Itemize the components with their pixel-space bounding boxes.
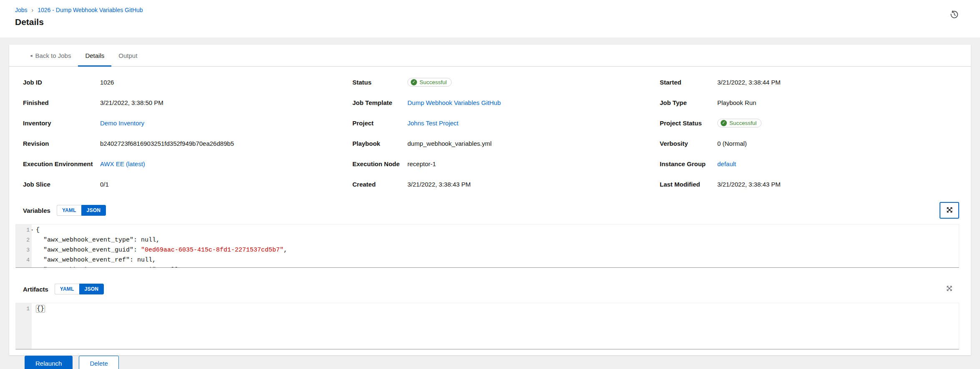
tab-details[interactable]: Details	[78, 45, 111, 66]
detail-label: Playbook	[352, 140, 407, 147]
variables-format-toggle: YAML JSON	[57, 205, 106, 216]
detail-label: Job ID	[23, 79, 100, 86]
code-line: "awx_webhook_event_guid": "0ed69aac-6035…	[36, 245, 959, 255]
artifacts-format-toggle: YAML JSON	[55, 284, 104, 294]
detail-label: Instance Group	[660, 160, 717, 167]
code-line: "awx_webhook_event_status_api": null,	[36, 265, 959, 268]
detail-execution-environment: Execution Environment AWX EE (latest)	[23, 159, 352, 169]
details-grid: Job ID 1026 Status ✓ Successful Started …	[9, 67, 971, 189]
detail-label: Inventory	[23, 120, 100, 127]
code-line: "awx_webhook_event_ref": null,	[36, 255, 959, 265]
breadcrumb-jobs-link[interactable]: Jobs	[15, 7, 28, 13]
relaunch-button[interactable]: Relaunch	[25, 356, 73, 369]
detail-label: Execution Environment	[23, 160, 100, 167]
detail-value: dump_webhook_variables.yml	[407, 140, 492, 147]
detail-value: Playbook Run	[717, 99, 756, 106]
detail-value: 0/1	[100, 181, 109, 188]
expand-arrows-icon	[946, 285, 953, 293]
back-caret-icon: ◂	[30, 53, 33, 58]
page-title: Details	[15, 17, 957, 27]
detail-job-id: Job ID 1026	[23, 77, 352, 87]
variables-header: Variables YAML JSON	[23, 202, 959, 219]
detail-project: Project Johns Test Project	[352, 118, 660, 128]
breadcrumb-separator-icon: ›	[32, 7, 34, 13]
artifacts-line-numbers: 1	[16, 303, 32, 349]
tab-back-to-jobs[interactable]: ◂ Back to Jobs	[23, 45, 78, 66]
detail-job-slice: Job Slice 0/1	[23, 179, 352, 189]
variables-expand-button[interactable]	[940, 202, 959, 219]
artifacts-header: Artifacts YAML JSON	[23, 281, 959, 297]
detail-label: Last Modified	[660, 181, 717, 188]
instance-group-link[interactable]: default	[717, 160, 736, 167]
detail-label: Status	[352, 79, 407, 86]
detail-job-type: Job Type Playbook Run	[660, 97, 957, 107]
status-badge: ✓ Successful	[407, 78, 452, 87]
detail-label: Execution Node	[352, 160, 407, 167]
action-buttons: Relaunch Delete	[15, 356, 971, 369]
artifacts-code-content: {}	[32, 303, 959, 349]
tab-back-label: Back to Jobs	[35, 52, 71, 59]
detail-value: 3/21/2022, 3:38:50 PM	[100, 99, 163, 106]
artifacts-json-toggle[interactable]: JSON	[79, 284, 104, 294]
variables-code-editor[interactable]: 1▾ 2 3 4 5 { "awx_webhook_event_type": n…	[15, 224, 959, 268]
detail-created: Created 3/21/2022, 3:38:43 PM	[352, 179, 660, 189]
code-line: "awx_webhook_event_type": null,	[36, 235, 959, 245]
detail-value: 3/21/2022, 3:38:43 PM	[717, 181, 781, 188]
revision-value: b2402723f6816903251fd352f949b70ea26d89b5	[100, 140, 234, 147]
history-button[interactable]	[950, 10, 958, 20]
detail-verbosity: Verbosity 0 (Normal)	[660, 138, 957, 148]
detail-label: Job Slice	[23, 181, 100, 188]
artifacts-code-editor[interactable]: 1 {}	[15, 303, 959, 349]
fold-caret-icon: ▾	[31, 225, 33, 235]
code-line: {}	[36, 304, 959, 314]
expand-arrows-icon	[946, 206, 953, 215]
detail-status: Status ✓ Successful	[352, 77, 660, 87]
status-badge-label: Successful	[420, 79, 447, 85]
detail-finished: Finished 3/21/2022, 3:38:50 PM	[23, 97, 352, 107]
detail-label: Job Type	[660, 99, 717, 106]
detail-value: receptor-1	[407, 160, 436, 167]
detail-playbook: Playbook dump_webhook_variables.yml	[352, 138, 660, 148]
delete-button[interactable]: Delete	[79, 356, 118, 369]
variables-json-toggle[interactable]: JSON	[81, 205, 106, 216]
detail-value: 3/21/2022, 3:38:44 PM	[717, 79, 781, 86]
detail-value: 3/21/2022, 3:38:43 PM	[407, 181, 471, 188]
detail-inventory: Inventory Demo Inventory	[23, 118, 352, 128]
variables-line-numbers: 1▾ 2 3 4 5	[16, 224, 32, 267]
page-header: Jobs › 1026 - Dump Webhook Variables Git…	[0, 0, 980, 37]
detail-execution-node: Execution Node receptor-1	[352, 159, 660, 169]
tab-bar: ◂ Back to Jobs Details Output	[9, 45, 971, 67]
variables-yaml-toggle[interactable]: YAML	[57, 205, 81, 216]
tab-output[interactable]: Output	[111, 45, 144, 66]
project-link[interactable]: Johns Test Project	[407, 120, 458, 127]
detail-label: Revision	[23, 140, 100, 147]
detail-last-modified: Last Modified 3/21/2022, 3:38:43 PM	[660, 179, 957, 189]
artifacts-expand-button[interactable]	[940, 281, 959, 297]
detail-job-template: Job Template Dump Webhook Variables GitH…	[352, 97, 660, 107]
detail-label: Project	[352, 120, 407, 127]
detail-label: Created	[352, 181, 407, 188]
details-card: ◂ Back to Jobs Details Output Job ID 102…	[9, 45, 971, 355]
detail-label: Project Status	[660, 120, 717, 127]
inventory-link[interactable]: Demo Inventory	[100, 120, 144, 127]
job-template-link[interactable]: Dump Webhook Variables GitHub	[407, 99, 501, 106]
detail-label: Job Template	[352, 99, 407, 106]
variables-label: Variables	[23, 207, 50, 214]
detail-project-status: Project Status ✓ Successful	[660, 118, 957, 128]
detail-label: Verbosity	[660, 140, 717, 147]
breadcrumb-current-link[interactable]: 1026 - Dump Webhook Variables GitHub	[38, 7, 143, 13]
artifacts-yaml-toggle[interactable]: YAML	[55, 284, 79, 294]
artifacts-label: Artifacts	[23, 286, 48, 293]
detail-value: 1026	[100, 79, 114, 86]
code-line: {	[36, 225, 959, 235]
detail-label: Finished	[23, 99, 100, 106]
breadcrumb: Jobs › 1026 - Dump Webhook Variables Git…	[15, 7, 957, 13]
detail-instance-group: Instance Group default	[660, 159, 957, 169]
project-status-badge-label: Successful	[729, 120, 756, 126]
execution-environment-link[interactable]: AWX EE (latest)	[100, 160, 145, 167]
detail-label: Started	[660, 79, 717, 86]
detail-started: Started 3/21/2022, 3:38:44 PM	[660, 77, 957, 87]
variables-code-content: { "awx_webhook_event_type": null, "awx_w…	[32, 224, 959, 267]
project-status-badge: ✓ Successful	[717, 119, 761, 127]
check-circle-icon: ✓	[721, 120, 727, 126]
